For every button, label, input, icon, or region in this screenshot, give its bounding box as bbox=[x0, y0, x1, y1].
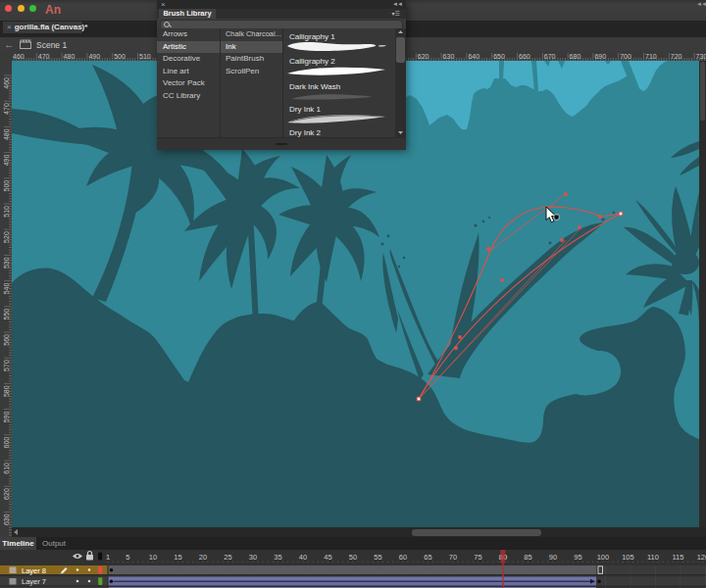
svg-text:65: 65 bbox=[424, 553, 431, 562]
svg-text:Calligraphy 1: Calligraphy 1 bbox=[289, 32, 335, 41]
svg-text:Dry Ink 2: Dry Ink 2 bbox=[289, 128, 322, 137]
svg-text:550: 550 bbox=[3, 309, 10, 320]
svg-text:680: 680 bbox=[570, 53, 581, 60]
svg-text:630: 630 bbox=[3, 514, 10, 525]
svg-text:25: 25 bbox=[224, 553, 231, 562]
svg-text:75: 75 bbox=[474, 553, 481, 562]
svg-text:55: 55 bbox=[374, 553, 381, 562]
svg-text:620: 620 bbox=[3, 488, 10, 500]
svg-text:590: 590 bbox=[3, 412, 10, 423]
svg-text:15: 15 bbox=[174, 553, 181, 562]
svg-text:90: 90 bbox=[549, 553, 557, 562]
svg-text:650: 650 bbox=[493, 53, 505, 60]
svg-text:560: 560 bbox=[3, 334, 10, 346]
svg-text:110: 110 bbox=[647, 553, 659, 562]
svg-text:460: 460 bbox=[3, 77, 10, 89]
svg-text:730: 730 bbox=[696, 53, 706, 60]
svg-text:470: 470 bbox=[38, 53, 50, 60]
svg-text:600: 600 bbox=[3, 437, 10, 449]
svg-text:660: 660 bbox=[519, 53, 530, 60]
svg-text:100: 100 bbox=[597, 553, 610, 562]
svg-text:640: 640 bbox=[468, 53, 479, 60]
svg-text:95: 95 bbox=[574, 553, 581, 562]
svg-text:690: 690 bbox=[594, 53, 606, 60]
svg-text:460: 460 bbox=[13, 53, 25, 60]
svg-text:700: 700 bbox=[620, 53, 631, 60]
svg-text:Layer 7: Layer 7 bbox=[22, 577, 46, 586]
svg-text:115: 115 bbox=[672, 553, 683, 562]
svg-text:70: 70 bbox=[449, 553, 457, 562]
svg-text:Layer 8: Layer 8 bbox=[22, 566, 46, 575]
svg-text:Dark Ink Wash: Dark Ink Wash bbox=[289, 82, 340, 91]
svg-text:120: 120 bbox=[697, 553, 706, 562]
svg-text:720: 720 bbox=[671, 53, 682, 60]
svg-text:5: 5 bbox=[126, 553, 129, 562]
svg-text:570: 570 bbox=[3, 360, 10, 371]
svg-text:20: 20 bbox=[199, 553, 207, 562]
svg-text:45: 45 bbox=[324, 553, 331, 562]
svg-text:480: 480 bbox=[3, 128, 10, 140]
svg-text:510: 510 bbox=[3, 206, 10, 218]
svg-text:10: 10 bbox=[149, 553, 157, 562]
svg-text:520: 520 bbox=[3, 231, 10, 243]
svg-text:490: 490 bbox=[88, 53, 100, 60]
svg-text:480: 480 bbox=[64, 53, 76, 60]
svg-text:50: 50 bbox=[349, 553, 357, 562]
svg-text:30: 30 bbox=[249, 553, 257, 562]
svg-text:1: 1 bbox=[106, 553, 110, 562]
svg-text:540: 540 bbox=[3, 283, 10, 295]
svg-text:670: 670 bbox=[544, 53, 556, 60]
svg-text:85: 85 bbox=[524, 553, 531, 562]
svg-text:490: 490 bbox=[3, 155, 10, 167]
svg-text:470: 470 bbox=[3, 103, 10, 115]
svg-text:630: 630 bbox=[443, 53, 455, 60]
svg-text:510: 510 bbox=[139, 53, 151, 60]
svg-text:580: 580 bbox=[3, 385, 10, 397]
svg-text:Dry Ink 1: Dry Ink 1 bbox=[289, 105, 322, 114]
svg-text:35: 35 bbox=[274, 553, 281, 562]
svg-text:620: 620 bbox=[418, 53, 429, 60]
svg-text:105: 105 bbox=[622, 553, 634, 562]
svg-text:500: 500 bbox=[114, 53, 126, 60]
svg-text:Calligraphy 2: Calligraphy 2 bbox=[289, 57, 335, 66]
svg-text:710: 710 bbox=[645, 53, 657, 60]
svg-text:530: 530 bbox=[3, 257, 10, 269]
svg-text:610: 610 bbox=[3, 463, 10, 474]
svg-text:40: 40 bbox=[299, 553, 307, 562]
svg-text:500: 500 bbox=[3, 180, 10, 192]
svg-text:60: 60 bbox=[399, 553, 407, 562]
